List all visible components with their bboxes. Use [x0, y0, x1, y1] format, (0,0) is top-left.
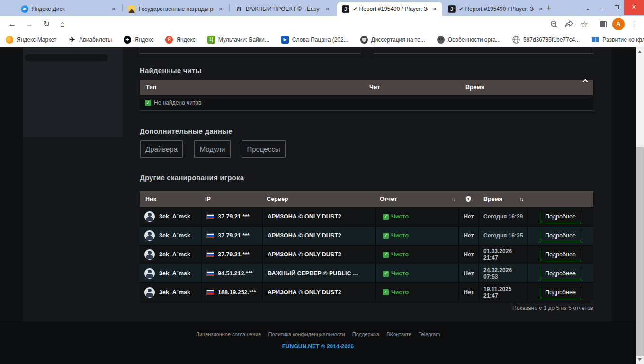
- bookmark-slova[interactable]: ▶ Слова-Пацана (202...: [281, 36, 349, 44]
- restore-icon: [615, 5, 619, 9]
- bookmark-avia[interactable]: ✈ Авиабилеты: [68, 36, 112, 44]
- scrollbar-up-icon[interactable]: [638, 50, 642, 53]
- footer-link-privacy[interactable]: Политика конфиденциальности: [268, 331, 345, 337]
- bookmark-label: Развитие конфлик...: [602, 36, 644, 43]
- tab-title: ✔ Report #195490 / Player: 3ek: [353, 6, 428, 12]
- bookmark-label: Яндекс: [134, 36, 153, 43]
- tab-divider: [229, 4, 230, 12]
- globe-icon: [512, 36, 520, 44]
- server-name: АРИЗОНА © ONLY DUST2: [263, 232, 341, 239]
- ban-status: Нет: [464, 251, 474, 258]
- check-icon: ✓: [383, 233, 389, 239]
- window-close-button[interactable]: ✕: [624, 0, 644, 15]
- russia-flag-icon: [206, 252, 214, 257]
- tab-project[interactable]: B ВАЖНЫЙ ПРОЕКТ © - Easy C ✕: [230, 2, 335, 16]
- player-avatar-icon: [144, 268, 155, 279]
- sidebar-divider: [26, 53, 120, 53]
- window-minimize-button[interactable]: –: [595, 0, 609, 15]
- drivers-button[interactable]: Драйвера: [140, 140, 183, 158]
- details-button[interactable]: Подробнее: [540, 286, 581, 299]
- bookmark-osobennosti[interactable]: Особенности орга...: [437, 36, 501, 44]
- ban-shield-icon: [465, 196, 471, 202]
- sort-icon-active[interactable]: ↑↓: [519, 196, 527, 202]
- back-icon[interactable]: ←: [6, 18, 19, 31]
- footer-link-telegram[interactable]: Telegram: [419, 331, 440, 337]
- tab-yandex-disk[interactable]: Яндекс Диск ✕: [16, 2, 121, 16]
- scan-row: 3ek_A`msk 94.51.212.*** ВАЖНЫЙ СЕРВЕР © …: [140, 264, 593, 282]
- tab-close-icon[interactable]: ✕: [431, 5, 438, 13]
- tab-search-chevron-icon[interactable]: ⌄: [581, 2, 594, 15]
- bookmark-star-icon[interactable]: ☆: [579, 18, 590, 30]
- ban-status: Нет: [464, 213, 474, 220]
- other-scans-title: Другие сканирования игрока: [140, 173, 244, 182]
- check-icon: ✓: [145, 100, 151, 106]
- scan-time: 24.02.2026 07:53: [479, 267, 527, 280]
- details-button[interactable]: Подробнее: [540, 248, 581, 261]
- home-icon[interactable]: ⌂: [56, 18, 69, 31]
- bookmark-yandex[interactable]: Я Яндекс: [165, 36, 195, 44]
- report-status: Чисто: [391, 289, 409, 296]
- bookmark-razvitie[interactable]: Развитие конфлик...: [591, 36, 644, 43]
- window-restore-button[interactable]: [610, 0, 624, 15]
- page-scrollbar[interactable]: [636, 47, 644, 364]
- russia-flag-icon: [206, 214, 214, 219]
- left-sidebar-panel: [23, 48, 123, 136]
- side-panel-icon[interactable]: [598, 18, 609, 30]
- player-ip: 37.79.21.***: [218, 232, 250, 239]
- server-name: ВАЖНЫЙ СЕРВЕР © PUBLIC …: [263, 270, 359, 277]
- scrollbar-thumb[interactable]: [636, 147, 644, 356]
- player-avatar-icon: [144, 230, 155, 241]
- footer-link-support[interactable]: Поддержка: [352, 331, 379, 337]
- green-square-icon: Ц: [207, 36, 215, 44]
- footer-link-vk[interactable]: ВКонтакте: [386, 331, 411, 337]
- reload-icon[interactable]: ↻: [40, 18, 53, 31]
- bookmark-label: 587d36785f1be77c4...: [523, 36, 580, 43]
- no-cheats-row: ✓ Не найдено читов: [140, 95, 593, 111]
- tab-close-icon[interactable]: ✕: [217, 5, 224, 13]
- skull-icon: [437, 36, 445, 44]
- bookmark-label: Диссертация на те...: [371, 36, 425, 43]
- zoom-out-icon[interactable]: [548, 18, 560, 30]
- footer-link-license[interactable]: Лицензионное соглашение: [196, 331, 261, 337]
- bookmark-dissertation[interactable]: Диссертация на те...: [360, 36, 425, 44]
- bookmark-label: Мультачки: Байки...: [218, 36, 269, 43]
- col-report[interactable]: Отчет ↑↓: [375, 191, 458, 207]
- fungun-favicon: 3: [448, 5, 456, 13]
- details-button[interactable]: Подробнее: [540, 267, 581, 280]
- profile-avatar[interactable]: A: [612, 18, 625, 30]
- share-icon[interactable]: [564, 18, 575, 30]
- browser-toolbar: ← → ↻ ⌂ https://fungun.net/ecd/report/19…: [0, 16, 644, 32]
- bookmark-yandex-plus[interactable]: + Яндекс: [124, 36, 153, 44]
- report-status: Чисто: [391, 270, 409, 277]
- no-cheats-text: Не найдено читов: [154, 100, 201, 106]
- sort-icon[interactable]: ↑↓: [451, 196, 458, 202]
- found-cheats-header: Тип Чит Время: [140, 80, 593, 95]
- player-ip: 94.51.212.***: [218, 270, 253, 277]
- processes-button[interactable]: Процессы: [242, 140, 286, 158]
- details-button[interactable]: Подробнее: [540, 210, 581, 223]
- tab-report-2[interactable]: 3 ✔ Report #195490 / Player: 3ek ✕: [443, 2, 548, 16]
- scrollbar-down-icon[interactable]: [638, 358, 642, 361]
- collapse-chevron-icon[interactable]: [582, 79, 588, 84]
- tab-close-icon[interactable]: ✕: [324, 5, 331, 13]
- ban-status: Нет: [464, 232, 474, 239]
- bookmark-hash[interactable]: 587d36785f1be77c4...: [512, 36, 580, 44]
- col-time[interactable]: Время ↑↓: [478, 191, 527, 207]
- russia-flag-icon: [206, 233, 214, 238]
- tab-awards[interactable]: Государственные награды рф ✕: [123, 2, 228, 16]
- forward-icon[interactable]: →: [23, 18, 36, 31]
- truncated-box-left: [140, 47, 360, 54]
- bookmark-yandex-market[interactable]: Яндекс Маркет: [6, 36, 56, 44]
- additional-data-title: Дополнительные данные: [140, 127, 233, 135]
- bookmark-multachki[interactable]: Ц Мультачки: Байки...: [207, 36, 269, 44]
- bookmark-label: Слова-Пацана (202...: [292, 36, 349, 43]
- details-button[interactable]: Подробнее: [540, 229, 581, 242]
- footer-copyright[interactable]: FUNGUN.NET © 2014-2026: [0, 343, 636, 350]
- tab-close-icon[interactable]: ✕: [110, 5, 117, 13]
- browser-menu-icon[interactable]: ⋮: [630, 18, 640, 30]
- modules-button[interactable]: Модули: [194, 140, 231, 158]
- tab-report-active[interactable]: 3 ✔ Report #195490 / Player: 3ek ✕: [337, 2, 442, 16]
- russia-flag-icon: [206, 271, 214, 276]
- new-tab-button[interactable]: +: [543, 2, 555, 15]
- col-nick: Ник: [140, 191, 201, 207]
